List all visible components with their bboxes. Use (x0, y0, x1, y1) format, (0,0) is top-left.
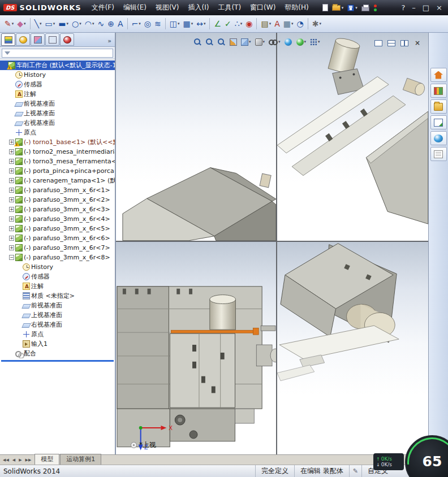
tree-item[interactable]: +(-) parafuso_3mm_x_6r<4> (0, 214, 115, 224)
tree-item[interactable]: −(-) parafuso_3mm_x_6r<8> (0, 253, 115, 262)
tree-item[interactable]: 材质 <未指定> (0, 291, 115, 301)
expand-expander[interactable]: + (9, 236, 14, 241)
configurationmanager-tab[interactable] (31, 33, 45, 46)
single-view-button[interactable] (373, 37, 384, 49)
tree-item[interactable]: 传感器 (0, 80, 115, 89)
last-tab-button[interactable]: ▶▶ (24, 458, 33, 462)
zoom-to-fit-button[interactable] (192, 36, 203, 48)
menu-tools[interactable]: 工具(T) (213, 1, 245, 15)
file-explorer-tab[interactable] (430, 99, 447, 114)
featuremanager-tab[interactable] (1, 33, 15, 46)
tab-model[interactable]: 模型 (35, 454, 59, 465)
panel-overflow-button[interactable]: » (106, 37, 114, 46)
section-view-button[interactable] (228, 36, 238, 48)
tree-item[interactable]: 原点 (0, 329, 115, 339)
hide-show-items-button[interactable]: ▾ (268, 36, 282, 48)
tree-item[interactable]: 前视基准面 (0, 301, 115, 310)
tree-item[interactable]: 注解 (0, 89, 115, 99)
tree-item[interactable]: +(-) carenagem_tampa<1> (默认<<默认>_显示状态 1>… (0, 176, 115, 185)
move-entities-button[interactable]: ↔▾ (195, 17, 207, 31)
tree-item[interactable]: +(-) torno1_base<1> (默认<<默认>_显示状态 1>) (0, 137, 115, 147)
sketch-pattern-button[interactable]: ▤▾ (259, 17, 273, 31)
expand-expander[interactable]: + (9, 149, 14, 154)
line-button[interactable]: ╲▾ (33, 17, 44, 31)
evaluate-button[interactable]: ◔ (295, 17, 305, 31)
rapid-sketch-button[interactable]: ◉ (244, 17, 254, 31)
model-top-view[interactable] (117, 287, 276, 447)
tree-item[interactable]: 输入1 (0, 339, 115, 349)
tree-item[interactable]: +(-) parafuso_3mm_x_6r<1> (0, 185, 115, 195)
zoom-to-area-button[interactable] (204, 36, 214, 48)
point-button[interactable]: ⊕ (106, 17, 116, 31)
convert-entities-button[interactable]: ◎ (143, 17, 153, 31)
prev-tab-button[interactable]: ◀ (11, 458, 16, 462)
mirror-entities-button[interactable]: ◫▾ (168, 17, 182, 31)
expand-expander[interactable]: + (9, 168, 14, 174)
dimxpertmanager-tab[interactable] (45, 33, 59, 46)
options-button[interactable]: ✱▾ (311, 17, 323, 31)
close-button[interactable]: × (436, 3, 442, 12)
model-base-assembly[interactable] (277, 244, 399, 381)
tree-item[interactable]: 上视基准面 (0, 109, 115, 118)
quick-snaps-button[interactable]: ∴▾ (233, 17, 244, 31)
viewport-pane-top-right[interactable] (277, 33, 428, 242)
expand-expander[interactable]: + (9, 188, 14, 193)
minimize-button[interactable]: – (412, 3, 416, 12)
next-tab-button[interactable]: ▶ (18, 458, 23, 462)
rollback-bar[interactable] (1, 360, 114, 362)
tree-item[interactable]: 原点 (0, 128, 115, 137)
split-vertical-button[interactable] (399, 37, 410, 49)
tree-item[interactable]: 前视基准面 (0, 99, 115, 109)
tree-root-item[interactable]: 车削工作台 (默认<默认_显示状态-1>) (0, 60, 115, 70)
tree-item[interactable]: +(-) parafuso_3mm_x_6r<6> (0, 233, 115, 243)
offset-entities-button[interactable]: ≋ (153, 17, 163, 31)
help-button[interactable]: ? (401, 3, 405, 12)
tree-item[interactable]: History (0, 70, 115, 80)
table-button[interactable]: ▦▾ (282, 17, 295, 31)
tree-item[interactable]: 右视基准面 (0, 118, 115, 128)
tree-item[interactable]: +(-) torno2_mesa_intermediaria<1> (0, 147, 115, 157)
expand-expander[interactable]: + (9, 216, 14, 222)
tree-item[interactable]: 配合 (0, 349, 115, 358)
rectangle-button[interactable]: ▭▾ (44, 17, 57, 31)
tree-item[interactable]: History (0, 262, 115, 272)
display-relations-button[interactable]: ∠ (212, 17, 223, 31)
tree-item[interactable]: +(-) parafuso_3mm_x_6r<3> (0, 205, 115, 214)
tree-item[interactable]: +(-) parafuso_3mm_x_6r<5> (0, 224, 115, 233)
edit-appearance-button[interactable] (283, 36, 294, 48)
tree-item[interactable]: 传感器 (0, 272, 115, 281)
viewport-pane-top-left[interactable] (116, 33, 277, 242)
spline-button[interactable]: ∿ (96, 17, 106, 31)
menu-view[interactable]: 视图(V) (151, 1, 184, 15)
appearances-tab[interactable] (430, 131, 447, 145)
view-orientation-button[interactable]: ▾ (240, 36, 252, 48)
model-housing-cover[interactable] (123, 168, 276, 241)
first-tab-button[interactable]: ◀◀ (2, 458, 10, 462)
menu-help[interactable]: 帮助(H) (280, 1, 313, 15)
filter-input[interactable] (2, 49, 113, 58)
open-document-button[interactable]: ▾ (332, 5, 344, 11)
annotation-button[interactable]: A (273, 17, 282, 31)
menu-insert[interactable]: 插入(I) (183, 1, 213, 15)
linear-pattern-button[interactable]: ▦▾ (181, 17, 195, 31)
tree-item[interactable]: +(-) parafuso_3mm_x_6r<2> (0, 195, 115, 205)
expand-expander[interactable]: + (9, 178, 14, 183)
menu-window[interactable]: 窗口(W) (245, 1, 280, 15)
solidworks-resources-tab[interactable] (430, 68, 447, 82)
text-button[interactable]: A (116, 17, 125, 31)
expand-expander[interactable]: + (9, 140, 14, 145)
tree-item[interactable]: +(-) porta_pinca+pinca+porca<1> (0, 166, 115, 176)
view-settings-button[interactable]: ▾ (309, 36, 321, 48)
close-view-button[interactable]: × (412, 37, 423, 49)
displaymanager-tab[interactable] (60, 33, 74, 46)
design-library-tab[interactable] (430, 84, 447, 98)
sketch-button[interactable]: ✎▾ (3, 17, 15, 31)
menu-edit[interactable]: 编辑(E) (119, 1, 151, 15)
tree-item[interactable]: 右视基准面 (0, 320, 115, 329)
circle-button[interactable]: ○▾ (70, 17, 83, 31)
expand-expander[interactable]: + (9, 226, 14, 231)
slot-button[interactable]: ▬▾ (57, 17, 70, 31)
smart-dimension-button[interactable]: ◆▾ (15, 17, 27, 31)
arc-button[interactable]: ◠▾ (83, 17, 96, 31)
model-isometric-assembly[interactable] (277, 36, 428, 224)
